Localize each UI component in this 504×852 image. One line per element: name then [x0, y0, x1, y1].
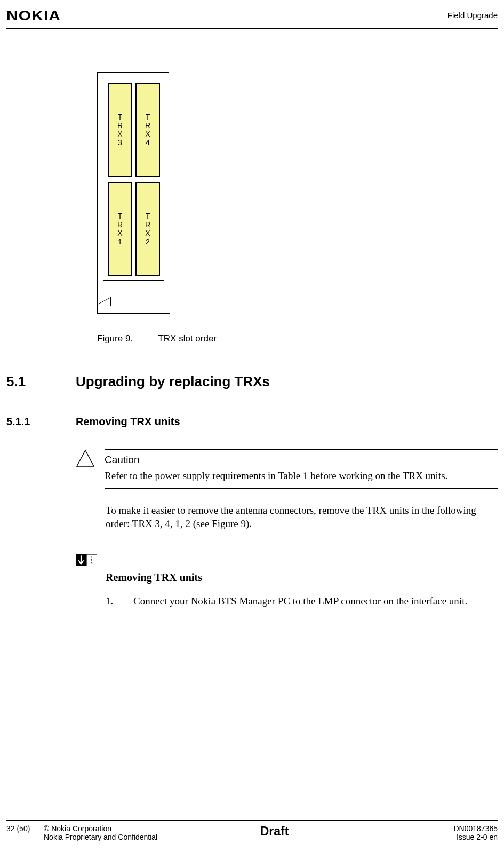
caution-icon: [76, 449, 95, 489]
caution-block: Caution Refer to the power supply requir…: [76, 449, 498, 489]
section-number: 5.1: [6, 373, 76, 390]
caution-text: Refer to the power supply requirements i…: [105, 469, 498, 483]
procedure-block: 1 2 3 Removing TRX units 1. Connect your…: [76, 554, 498, 608]
figure-title: TRX slot order: [158, 333, 217, 344]
section-5-1: 5.1 Upgrading by replacing TRXs: [6, 373, 498, 390]
figure-caption: Figure 9. TRX slot order: [97, 333, 498, 344]
cabinet-foot: [97, 296, 170, 314]
draft-watermark: Draft: [260, 824, 289, 838]
page-number: 32 (50): [6, 824, 44, 841]
trx-slot-3: T R X 3: [108, 83, 132, 177]
step-text: Connect your Nokia BTS Manager PC to the…: [133, 594, 467, 608]
subsection-number: 5.1.1: [6, 416, 76, 428]
trx-slot-2: T R X 2: [135, 182, 160, 276]
trx-slot-1: T R X 1: [108, 182, 132, 276]
procedure-heading: Removing TRX units: [106, 571, 498, 584]
subsection-title: Removing TRX units: [76, 416, 180, 428]
header-rule: [6, 28, 498, 29]
procedure-step: 1. Connect your Nokia BTS Manager PC to …: [106, 594, 498, 608]
procedure-icon: 1 2 3: [76, 554, 97, 566]
trx-slot-4-label: T R X 4: [145, 113, 150, 147]
issue-number: Issue 2-0 en: [349, 833, 498, 841]
svg-marker-0: [77, 450, 94, 466]
svg-text:3: 3: [91, 562, 93, 565]
trx-cabinet: T R X 3 T R X 4 T R X 1 T R X 2: [97, 72, 169, 296]
caution-content: Caution Refer to the power supply requir…: [105, 449, 498, 489]
nokia-logo: NOKIA: [6, 7, 61, 24]
trx-slot-1-label: T R X 1: [117, 212, 123, 246]
figure-9: T R X 3 T R X 4 T R X 1 T R X 2 Figure 9…: [97, 72, 498, 344]
page-footer: 32 (50) © Nokia Corporation Nokia Propri…: [6, 820, 498, 841]
trx-slot-3-label: T R X 3: [117, 113, 123, 147]
document-number: DN00187365: [349, 824, 498, 833]
step-number: 1.: [106, 594, 133, 608]
page-header: NOKIA Field Upgrade: [0, 0, 504, 28]
caution-title: Caution: [105, 454, 498, 466]
copyright: © Nokia Corporation: [44, 824, 200, 833]
subsection-5-1-1: 5.1.1 Removing TRX units: [6, 416, 498, 428]
figure-label: Figure 9.: [97, 333, 156, 344]
trx-slot-4: T R X 4: [135, 83, 160, 177]
body-paragraph: To make it easier to remove the antenna …: [106, 504, 498, 531]
section-title: Upgrading by replacing TRXs: [76, 373, 270, 390]
footer-rule: [6, 820, 498, 821]
trx-inner: T R X 3 T R X 4 T R X 1 T R X 2: [103, 78, 164, 281]
trx-slot-2-label: T R X 2: [145, 212, 150, 246]
proprietary-notice: Nokia Proprietary and Confidential: [44, 833, 200, 841]
header-section-name: Field Upgrade: [447, 7, 498, 20]
